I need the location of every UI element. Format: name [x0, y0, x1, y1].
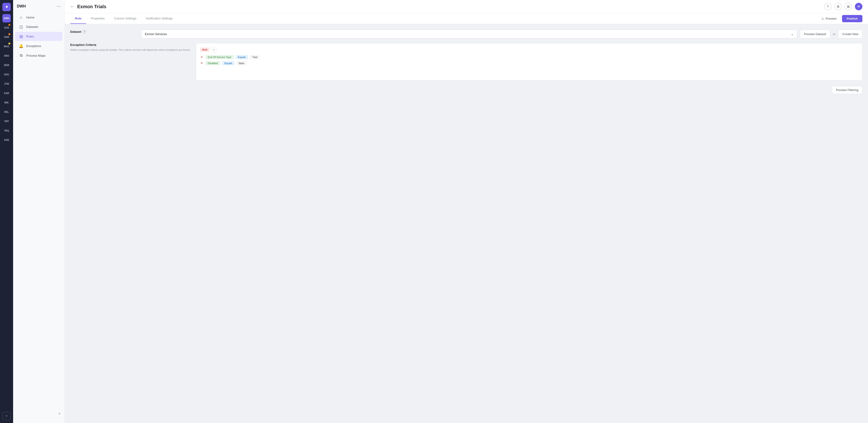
tab-actions: ▷ Preview Publish	[819, 15, 862, 22]
top-header: ← Exmon Trials ? ⚙ ⊞ H	[65, 0, 868, 13]
home-icon: ⌂	[19, 15, 23, 20]
chevron-down-icon: ⌄	[791, 32, 794, 36]
question-icon: ?	[84, 30, 85, 33]
dataset-help-icon[interactable]: ?	[83, 30, 86, 33]
workspace-dwh[interactable]: DWH	[2, 14, 11, 23]
grid-icon: ⊞	[847, 5, 850, 8]
remove-condition-1-button[interactable]: ✕	[200, 56, 204, 59]
workspace-trq[interactable]: TRQ	[2, 126, 11, 135]
page-title: Exmon Trials	[77, 4, 106, 9]
title-area: ← Exmon Trials	[70, 4, 106, 9]
sidebar-menu-button[interactable]: ⋯	[56, 4, 61, 9]
condition-1-field[interactable]: End Of Service Type	[206, 55, 234, 59]
tab-rule[interactable]: Rule	[70, 13, 86, 24]
workspace-rel[interactable]: REL	[2, 108, 11, 116]
workspace-dbs[interactable]: DBS	[2, 52, 11, 60]
workspace-dem[interactable]: DEM	[2, 61, 11, 69]
workspace-tmt[interactable]: TMT	[2, 117, 11, 125]
sidebar-title: DWH	[17, 4, 26, 8]
exceptions-icon: 🔔	[19, 44, 23, 48]
sidebar-collapse-button[interactable]: «	[59, 411, 61, 416]
tab-column-settings[interactable]: Column Settings	[109, 13, 141, 24]
dataset-row: Exmon Services ⌄ Preview Dataset or Crea…	[141, 30, 862, 38]
sidebar-item-datasets[interactable]: ◫ Datasets	[15, 22, 62, 31]
exception-builder: And + ✕ End Of Service Type Equals Trial…	[196, 43, 862, 81]
preview-filtering-row: Preview Filtering	[70, 86, 862, 94]
dataset-select-wrapper: Exmon Services ⌄	[141, 30, 797, 38]
sidebar: DWH ⋯ ⌂ Home ◫ Datasets ▤ Rules 🔔 Except…	[13, 0, 65, 423]
exception-label-col: Exception Criteria Define exception crit…	[70, 43, 190, 52]
app-logo[interactable]: ✦	[2, 3, 11, 11]
condition-2-field[interactable]: Disabled	[206, 61, 220, 65]
exception-criteria-title: Exception Criteria	[70, 43, 190, 47]
back-button[interactable]: ←	[70, 4, 74, 9]
add-workspace-button[interactable]: +	[2, 412, 11, 420]
condition-1-value[interactable]: Trial	[250, 55, 259, 59]
grid-button[interactable]: ⊞	[845, 3, 852, 10]
rule-content: Dataset ? Exmon Services ⌄ Preview Datas…	[65, 24, 868, 423]
preview-label: Preview	[826, 17, 836, 20]
remove-condition-2-button[interactable]: ✕	[200, 62, 204, 65]
preview-button[interactable]: ▷ Preview	[819, 16, 839, 22]
process-maps-icon: ⧉	[19, 53, 23, 58]
tab-properties[interactable]: Properties	[86, 13, 109, 24]
publish-button[interactable]: Publish	[842, 15, 862, 22]
condition-2-value[interactable]: false	[236, 61, 246, 65]
sidebar-app-name: DWH ⋯	[13, 4, 64, 13]
preview-dataset-button[interactable]: Preview Dataset	[800, 30, 830, 38]
sidebar-item-label: Rules	[26, 35, 34, 38]
sidebar-item-label: Exceptions	[26, 44, 41, 48]
workspace-thor[interactable]: ÞÓR	[2, 136, 11, 144]
workspace-mik[interactable]: MIK	[2, 98, 11, 107]
workspace-jtw[interactable]: JTW	[2, 80, 11, 88]
sidebar-item-rules[interactable]: ▤ Rules	[15, 32, 62, 41]
sidebar-item-label: Home	[26, 16, 34, 19]
condition-row: ✕ Disabled Equals false	[200, 61, 859, 65]
create-new-button[interactable]: Create New	[838, 30, 862, 38]
sidebar-item-label: Process Maps	[26, 54, 45, 57]
workspace-gud[interactable]: GUD	[2, 23, 11, 32]
settings-button[interactable]: ⚙	[834, 3, 842, 10]
dataset-content: Exmon Services ⌄ Preview Dataset or Crea…	[141, 30, 862, 38]
builder-header: And +	[200, 47, 859, 52]
datasets-icon: ◫	[19, 25, 23, 29]
condition-2-operator[interactable]: Equals	[222, 61, 235, 65]
tab-notification-settings[interactable]: Notification Settings	[141, 13, 177, 24]
sidebar-item-process-maps[interactable]: ⧉ Process Maps	[15, 51, 62, 60]
sidebar-item-home[interactable]: ⌂ Home	[15, 13, 62, 22]
rules-icon: ▤	[19, 34, 23, 39]
play-icon: ▷	[822, 17, 824, 20]
and-badge: And	[200, 48, 210, 52]
workspace-har[interactable]: HAR	[2, 33, 11, 41]
add-condition-button[interactable]: +	[211, 47, 216, 52]
or-separator: or	[833, 32, 836, 36]
dataset-select[interactable]: Exmon Services ⌄	[141, 30, 797, 38]
dataset-label-col: Dataset ?	[70, 30, 136, 33]
main-content: ← Exmon Trials ? ⚙ ⊞ H Rule Properties C…	[65, 0, 868, 423]
workspace-mag[interactable]: MAG	[2, 42, 11, 51]
exception-criteria-section: Exception Criteria Define exception crit…	[70, 43, 862, 81]
sidebar-footer: «	[13, 407, 64, 419]
header-right-icons: ? ⚙ ⊞ H	[824, 3, 862, 10]
exception-criteria-desc: Define exception criteria using the buil…	[70, 48, 190, 52]
gear-icon: ⚙	[837, 5, 840, 8]
dataset-selected-value: Exmon Services	[145, 32, 167, 36]
preview-filtering-button[interactable]: Preview Filtering	[832, 86, 862, 94]
sidebar-item-exceptions[interactable]: 🔔 Exceptions	[15, 41, 62, 51]
dataset-section: Dataset ? Exmon Services ⌄ Preview Datas…	[70, 30, 862, 38]
sidebar-item-label: Datasets	[26, 25, 38, 29]
avatar[interactable]: H	[855, 3, 862, 10]
workspace-gdu[interactable]: GDU	[2, 70, 11, 79]
help-icon: ?	[827, 5, 829, 8]
dataset-label: Dataset	[70, 30, 81, 33]
help-button[interactable]: ?	[824, 3, 832, 10]
workspace-kar[interactable]: KAR	[2, 89, 11, 97]
condition-1-operator[interactable]: Equals	[236, 55, 248, 59]
workspace-icon-bar: ✦ DWH GUD HAR MAG DBS DEM GDU JTW KAR MI…	[0, 0, 13, 423]
tabs: Rule Properties Column Settings Notifica…	[70, 13, 177, 24]
condition-row: ✕ End Of Service Type Equals Trial	[200, 55, 859, 59]
tab-bar: Rule Properties Column Settings Notifica…	[65, 13, 868, 24]
